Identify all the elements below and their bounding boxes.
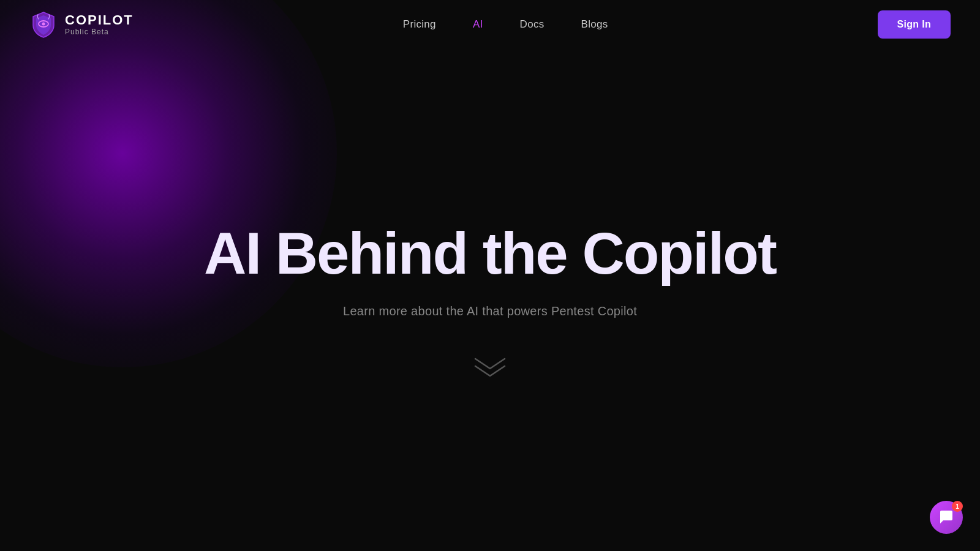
logo-beta-label: Public Beta: [65, 28, 134, 36]
scroll-down-indicator[interactable]: [472, 355, 508, 377]
chevron-down-icon: [472, 355, 508, 377]
support-badge-count: 1: [952, 501, 963, 512]
sign-in-button[interactable]: Sign In: [878, 10, 951, 39]
nav-right: Sign In: [878, 10, 951, 39]
hero-section: AI Behind the Copilot Learn more about t…: [0, 49, 980, 551]
logo-text: COPILOT: [65, 13, 134, 27]
copilot-logo-icon: [29, 10, 58, 39]
nav-link-pricing[interactable]: Pricing: [403, 18, 436, 31]
nav-link-blogs[interactable]: Blogs: [581, 18, 608, 31]
support-chat-icon: [938, 509, 954, 525]
nav-link-ai[interactable]: AI: [473, 18, 483, 31]
support-chat-bubble[interactable]: 1: [930, 501, 963, 534]
svg-point-1: [42, 23, 45, 26]
navbar: COPILOT Public Beta Pricing AI Docs Blog…: [0, 0, 980, 49]
hero-title: AI Behind the Copilot: [204, 223, 776, 285]
hero-subtitle: Learn more about the AI that powers Pent…: [343, 304, 637, 318]
logo-area[interactable]: COPILOT Public Beta: [29, 10, 134, 39]
nav-link-docs[interactable]: Docs: [520, 18, 545, 31]
nav-links: Pricing AI Docs Blogs: [403, 18, 608, 31]
